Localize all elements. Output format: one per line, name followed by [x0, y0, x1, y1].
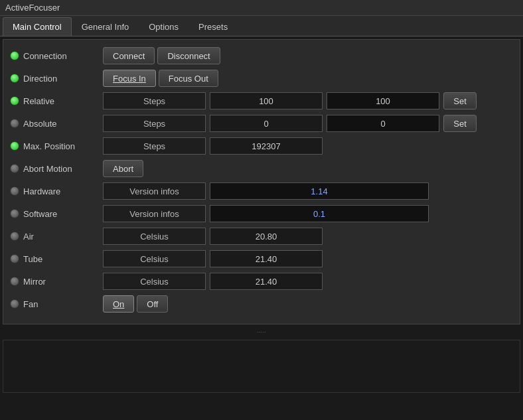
- relative-unit: Steps: [103, 92, 206, 109]
- air-value: 20.80: [210, 228, 323, 245]
- absolute-row: Absolute Steps 0 Set: [10, 114, 513, 133]
- drag-handle[interactable]: ·····: [0, 327, 523, 337]
- tube-indicator: [10, 254, 19, 263]
- hardware-indicator: [10, 186, 19, 196]
- relative-input[interactable]: [327, 92, 439, 109]
- abort-button[interactable]: Abort: [103, 160, 143, 177]
- fan-row: Fan On Off: [10, 295, 513, 313]
- app-title: ActiveFocuser: [5, 3, 60, 13]
- software-row: Software Version infos 0.1: [10, 204, 513, 223]
- air-unit: Celsius: [103, 228, 206, 245]
- abort-label: Abort Motion: [23, 164, 103, 174]
- abort-motion-row: Abort Motion Abort: [10, 159, 513, 178]
- mirror-unit: Celsius: [103, 273, 206, 290]
- connect-button[interactable]: Connect: [103, 47, 155, 64]
- tab-bar: Main Control General Info Options Preset…: [0, 16, 523, 36]
- software-indicator: [10, 209, 19, 218]
- software-unit: Version infos: [103, 205, 206, 222]
- hardware-row: Hardware Version infos 1.14: [10, 182, 513, 200]
- direction-row: Direction Focus In Focus Out: [10, 69, 513, 88]
- tube-label: Tube: [23, 254, 103, 264]
- abort-indicator: [10, 164, 19, 173]
- max-position-indicator: [10, 141, 19, 151]
- mirror-value: 21.40: [210, 273, 323, 290]
- absolute-set-button[interactable]: Set: [443, 115, 477, 132]
- absolute-indicator: [10, 119, 19, 128]
- focus-in-button[interactable]: Focus In: [103, 70, 156, 87]
- connection-indicator: [10, 51, 19, 60]
- absolute-input[interactable]: [327, 115, 439, 132]
- fan-label: Fan: [23, 299, 103, 309]
- air-label: Air: [23, 232, 103, 242]
- max-position-value: 192307: [210, 137, 323, 155]
- disconnect-button[interactable]: Disconnect: [157, 47, 220, 64]
- connection-label: Connection: [23, 51, 103, 61]
- hardware-unit: Version infos: [103, 182, 206, 200]
- fan-off-button[interactable]: Off: [137, 295, 168, 313]
- absolute-label: Absolute: [23, 119, 103, 129]
- mirror-indicator: [10, 277, 19, 286]
- tube-unit: Celsius: [103, 250, 206, 267]
- max-position-row: Max. Position Steps 192307: [10, 137, 513, 155]
- tab-main-control[interactable]: Main Control: [3, 17, 72, 36]
- relative-label: Relative: [23, 96, 103, 106]
- hardware-value: 1.14: [210, 182, 429, 200]
- focus-out-button[interactable]: Focus Out: [159, 70, 218, 87]
- main-content: Connection Connect Disconnect Direction …: [3, 39, 520, 324]
- absolute-unit: Steps: [103, 115, 206, 132]
- absolute-value1[interactable]: 0: [210, 115, 323, 132]
- air-row: Air Celsius 20.80: [10, 227, 513, 245]
- mirror-label: Mirror: [23, 277, 103, 287]
- title-bar: ActiveFocuser: [0, 0, 523, 16]
- bottom-panel: [3, 340, 520, 393]
- fan-on-button[interactable]: On: [103, 295, 134, 313]
- connection-row: Connection Connect Disconnect: [10, 46, 513, 65]
- software-label: Software: [23, 209, 103, 219]
- fan-indicator: [10, 299, 19, 309]
- mirror-row: Mirror Celsius 21.40: [10, 272, 513, 291]
- air-indicator: [10, 232, 19, 241]
- tab-presets[interactable]: Presets: [188, 17, 238, 36]
- relative-value1[interactable]: 100: [210, 92, 323, 109]
- direction-indicator: [10, 74, 19, 83]
- hardware-label: Hardware: [23, 186, 103, 196]
- tab-options[interactable]: Options: [139, 17, 188, 36]
- max-position-unit: Steps: [103, 137, 206, 155]
- relative-indicator: [10, 96, 19, 105]
- max-position-label: Max. Position: [23, 141, 103, 151]
- software-value: 0.1: [210, 205, 429, 222]
- relative-row: Relative Steps 100 Set: [10, 92, 513, 110]
- tube-row: Tube Celsius 21.40: [10, 249, 513, 268]
- tab-general-info[interactable]: General Info: [72, 17, 139, 36]
- direction-label: Direction: [23, 74, 103, 84]
- relative-set-button[interactable]: Set: [443, 92, 477, 109]
- tube-value: 21.40: [210, 250, 323, 267]
